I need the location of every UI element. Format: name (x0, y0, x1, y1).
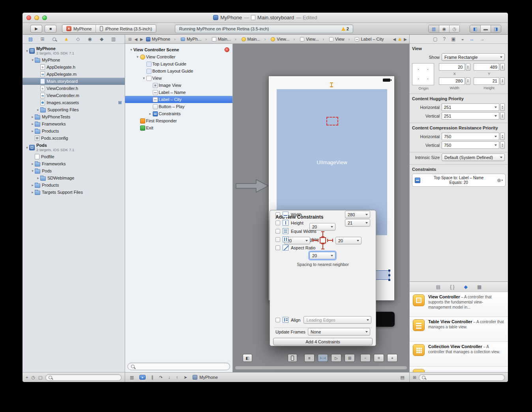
trailing-constraint-ibeam[interactable] (327, 240, 333, 241)
horizontal-scrollbar[interactable] (235, 366, 407, 369)
file-row[interactable]: Pods 2 targets, iOS SDK 7.1 (22, 142, 125, 153)
file-template-library-icon[interactable]: ▤ (436, 284, 440, 290)
hugging-vertical-field[interactable]: 251 (442, 112, 499, 120)
toggle-navigator-button[interactable]: ◧ (470, 25, 480, 32)
resistance-horizontal-stepper[interactable]: ▴▾ (500, 133, 505, 140)
library-item[interactable]: Collection View Controller – A controlle… (410, 342, 508, 367)
standard-editor-button[interactable]: ▥ (429, 25, 439, 32)
file-row[interactable]: AppDelegate.m (22, 71, 125, 78)
x-stepper[interactable]: ▴▾ (466, 63, 470, 71)
disclosure-triangle[interactable] (142, 76, 146, 80)
outline-row[interactable]: Exit (125, 124, 232, 131)
debug-layout-toggle[interactable]: ▤ (401, 375, 405, 380)
file-row[interactable]: Frameworks (22, 160, 125, 167)
run-button[interactable]: ▶ (30, 25, 42, 33)
pin-constraints-button[interactable]: ⊢⊣ (318, 354, 328, 362)
file-row[interactable]: MyPhoneTests (22, 113, 125, 120)
library-filter-field[interactable] (419, 374, 505, 381)
constraint-checkbox[interactable] (275, 229, 280, 234)
width-stepper[interactable]: ▴▾ (466, 77, 470, 85)
log-navigator-icon[interactable]: ▥ (111, 36, 116, 42)
assistant-editor-button[interactable]: ◉ (439, 25, 449, 32)
code-snippet-library-icon[interactable]: { } (450, 284, 454, 290)
scheme-selector[interactable]: MyPhone iPhone Retina (3.5-inch) (62, 24, 156, 33)
warning-icon[interactable] (398, 37, 401, 41)
file-row[interactable]: Targets Support Files (22, 189, 125, 196)
object-library-icon[interactable]: ◆ (464, 284, 468, 290)
outline-row[interactable]: Image View (125, 82, 232, 89)
disclosure-triangle[interactable] (36, 108, 40, 112)
x-field[interactable]: 20 (439, 63, 465, 71)
constraint-checkbox[interactable] (275, 221, 280, 225)
align-constraints-button[interactable]: ≡ (304, 354, 315, 362)
resistance-vertical-stepper[interactable]: ▴▾ (500, 141, 505, 149)
identity-inspector-icon[interactable]: ▣ (451, 36, 455, 42)
disclosure-triangle[interactable] (25, 49, 29, 53)
step-over-button[interactable]: ↷ (159, 375, 163, 380)
outline-row[interactable]: Label – City (125, 96, 232, 103)
disclosure-triangle[interactable] (30, 122, 35, 126)
stop-button[interactable]: ■ (45, 25, 56, 33)
constraint-list-item[interactable]: Top Space to: Label – Name Equals: 20 ⊛ … (412, 174, 506, 187)
attributes-inspector-icon[interactable]: ◒ (461, 36, 464, 42)
disclosure-triangle[interactable] (135, 55, 140, 59)
disclosure-triangle[interactable] (36, 176, 40, 180)
file-row[interactable]: Products (22, 127, 125, 135)
navigator-filter-field[interactable] (45, 374, 122, 381)
file-row[interactable]: Frameworks (22, 120, 125, 127)
breakpoints-toggle-button[interactable]: ▸ (139, 375, 146, 380)
library-grid-toggle-icon[interactable]: ⊞ (413, 375, 416, 380)
pause-button[interactable]: ∥ (151, 375, 154, 380)
outline-row[interactable]: Bottom Layout Guide (125, 67, 232, 75)
outline-filter-field[interactable] (127, 363, 230, 370)
bottom-spacing-dropdown[interactable]: 20 (309, 252, 335, 259)
file-row[interactable]: SDWebImage (22, 174, 125, 182)
resolve-auto-layout-button[interactable]: ▷ (331, 354, 341, 362)
resistance-vertical-field[interactable]: 750 (442, 141, 499, 149)
toggle-debug-area-button[interactable]: ▬ (480, 25, 491, 32)
align-checkbox[interactable] (275, 318, 280, 322)
disclosure-triangle[interactable] (30, 115, 35, 119)
add-file-button[interactable]: + (26, 375, 28, 380)
simulate-location-button[interactable]: ➤ (184, 375, 187, 380)
media-library-icon[interactable]: ▦ (477, 284, 481, 290)
issue-navigator-icon[interactable] (64, 37, 69, 41)
library-item[interactable]: View Controller – A controller that supp… (410, 292, 508, 317)
zoom-actual-button[interactable]: = (374, 354, 384, 362)
file-row[interactable]: MyPhone 2 targets, iOS SDK 7.1 (22, 45, 125, 56)
previous-issue-button[interactable]: ◀ (393, 37, 396, 41)
outline-row[interactable]: Label – Name (125, 89, 232, 96)
file-row[interactable]: ViewController.m (22, 92, 125, 99)
zoom-window-button[interactable] (42, 15, 47, 20)
constraint-gear-menu[interactable]: ⊛ ▾ (497, 178, 503, 183)
breakpoint-navigator-icon[interactable]: ◆ (99, 36, 104, 42)
outline-row[interactable]: View (125, 75, 232, 82)
minimize-button[interactable] (34, 15, 39, 20)
version-editor-button[interactable]: ◷ (449, 25, 459, 32)
library-item-partial[interactable] (410, 367, 508, 372)
outline-row[interactable]: Constraints (125, 110, 232, 117)
file-row[interactable]: AppDelegate.h (22, 64, 125, 71)
recent-files-icon[interactable]: ◷ (31, 375, 35, 380)
align-dropdown[interactable]: Leading Edges (303, 316, 371, 324)
top-spacing-dropdown[interactable]: 20 (309, 223, 335, 230)
scheme-target-segment[interactable]: MyPhone (62, 25, 96, 32)
bottom-constraint-ibeam[interactable] (322, 243, 323, 249)
show-dropdown[interactable]: Frame Rectangle (442, 53, 505, 61)
next-issue-button[interactable]: ▶ (404, 37, 407, 41)
file-row[interactable]: Supporting Files (22, 106, 125, 113)
top-constraint-ibeam[interactable] (322, 231, 323, 237)
outline-row[interactable]: View Controller Scene (125, 46, 232, 53)
add-constraints-button[interactable]: Add 4 Constraints (273, 338, 373, 345)
disclosure-triangle[interactable] (30, 169, 35, 173)
test-navigator-icon[interactable]: ◇ (75, 36, 81, 42)
outline-row[interactable]: Button – Play (125, 103, 232, 110)
close-button[interactable] (26, 15, 31, 20)
device-size-button[interactable] (288, 354, 297, 362)
titlebar[interactable]: MyPhone — Main.storyboard — Edited (22, 13, 508, 23)
outline-row[interactable]: Top Layout Guide (125, 60, 232, 67)
find-navigator-icon[interactable] (52, 37, 57, 41)
process-breadcrumb[interactable]: MyPhone (193, 375, 217, 380)
file-row[interactable]: Main.storyboard (22, 78, 125, 85)
intrinsic-size-dropdown[interactable]: Default (System Defined) (442, 154, 505, 161)
